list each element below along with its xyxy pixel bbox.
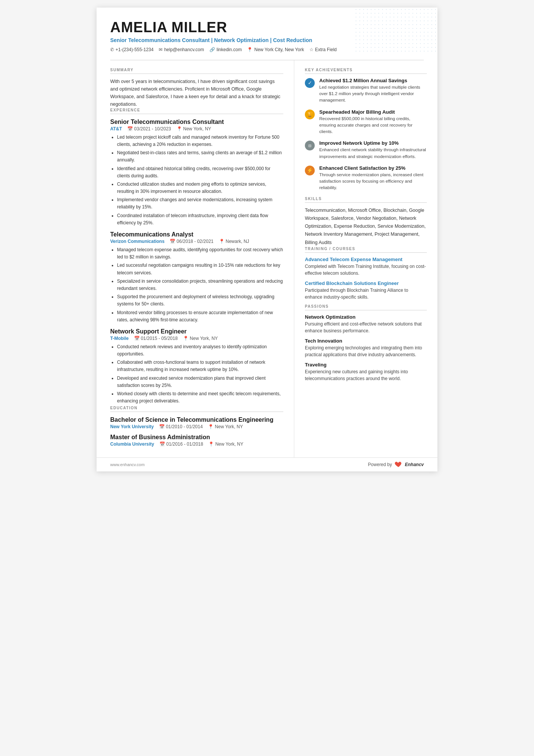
calendar-icon-0: 📅 <box>127 126 133 131</box>
job-location-1: 📍 Newark, NJ <box>219 239 249 244</box>
bullet-0-1: Negotiated best-in-class rates and terms… <box>117 149 283 164</box>
email-contact: ✉ help@enhancv.com <box>159 47 204 52</box>
bullet-1-3: Supported the procurement and deployment… <box>117 293 283 308</box>
linkedin-icon: 🔗 <box>209 47 215 52</box>
passion-item-2: Traveling Experiencing new cultures and … <box>305 362 427 382</box>
company-1: Verizon Communications <box>110 239 164 244</box>
footer-brand: Powered by Enhancv <box>368 462 424 468</box>
bullet-1-0: Managed telecom expense audits, identify… <box>117 246 283 261</box>
edu-degree-1: Master of Business Administration <box>110 434 283 441</box>
bullet-1-4: Monitored vendor billing processes to en… <box>117 309 283 324</box>
achievement-title-2: Improved Network Uptime by 10% <box>319 140 427 146</box>
bullet-0-0: Led telecom project kickoff calls and ma… <box>117 134 283 148</box>
linkedin-contact: 🔗 linkedin.com <box>209 47 242 52</box>
training-desc-1: Participated through Blockchain Training… <box>305 287 427 301</box>
job-item-1: Telecommunications Analyst Verizon Commu… <box>110 231 283 324</box>
bullet-1-2: Specialized in service consolidation pro… <box>117 278 283 292</box>
summary-section: SUMMARY With over 5 years in telecommuni… <box>110 68 283 108</box>
achievement-item-3: ⚡ Enhanced Client Satisfaction by 25% Th… <box>305 165 427 191</box>
candidate-title: Senior Telecommunications Consultant | N… <box>110 37 424 43</box>
passion-desc-0: Pursuing efficient and cost-effective ne… <box>305 321 427 334</box>
achievement-content-0: Achieved $1.2 Million Annual Savings Led… <box>319 78 427 104</box>
achievement-desc-3: Through service modernization plans, inc… <box>319 172 427 191</box>
job-meta-1: Verizon Communications 📅 06/2018 - 02/20… <box>110 239 283 244</box>
pin-edu-icon-1: 📍 <box>208 441 214 447</box>
skills-label: SKILLS <box>305 197 427 203</box>
job-date-1: 📅 06/2018 - 02/2021 <box>170 239 213 244</box>
job-item-0: Senior Telecommunications Consultant AT&… <box>110 119 283 227</box>
job-bullets-1: Managed telecom expense audits, identify… <box>110 246 283 324</box>
pin-edu-icon-0: 📍 <box>208 424 214 429</box>
passion-item-1: Tech Innovation Exploring emerging techn… <box>305 338 427 358</box>
experience-label: EXPERIENCE <box>110 108 283 114</box>
job-item-2: Network Support Engineer T-Mobile 📅 01/2… <box>110 328 283 405</box>
resume-header: AMELIA MILLER Senior Telecommunications … <box>97 8 437 60</box>
achievements-label: KEY ACHIEVEMENTS <box>305 68 427 74</box>
achievement-icon-1: 🏆 <box>305 110 315 119</box>
job-date-0: 📅 03/2021 - 10/2023 <box>127 126 171 131</box>
achievement-title-3: Enhanced Client Satisfaction by 25% <box>319 165 427 171</box>
summary-label: SUMMARY <box>110 68 283 74</box>
passions-section: PASSIONS Network Optimization Pursuing e… <box>305 304 427 382</box>
bullet-2-3: Worked closely with clients to determine… <box>117 390 283 405</box>
enhancv-heart-icon <box>394 462 403 468</box>
job-title-0: Senior Telecommunications Consultant <box>110 119 283 125</box>
edu-date-1: 📅 01/2016 - 01/2018 <box>159 441 203 447</box>
job-meta-2: T-Mobile 📅 01/2015 - 05/2018 📍 New York,… <box>110 336 283 341</box>
achievement-item-2: ⊟ Improved Network Uptime by 10% Enhance… <box>305 140 427 160</box>
achievement-content-3: Enhanced Client Satisfaction by 25% Thro… <box>319 165 427 191</box>
achievement-item-1: 🏆 Spearheaded Major Billing Audit Recove… <box>305 109 427 135</box>
experience-section: EXPERIENCE Senior Telecommunications Con… <box>110 108 283 405</box>
education-label: EDUCATION <box>110 406 283 412</box>
education-section: EDUCATION Bachelor of Science in Telecom… <box>110 406 283 447</box>
passion-item-0: Network Optimization Pursuing efficient … <box>305 314 427 334</box>
bullet-2-1: Collaborated with cross-functional teams… <box>117 359 283 373</box>
summary-text: With over 5 years in telecommunications,… <box>110 78 283 108</box>
calendar-edu-icon-0: 📅 <box>159 424 165 429</box>
achievement-desc-1: Recovered $500,000 in historical billing… <box>319 116 427 135</box>
edu-meta-1: Columbia University 📅 01/2016 - 01/2018 … <box>110 441 283 447</box>
job-location-2: 📍 New York, NY <box>183 336 218 341</box>
job-bullets-0: Led telecom project kickoff calls and ma… <box>110 134 283 227</box>
passion-desc-2: Experiencing new cultures and gaining in… <box>305 368 427 382</box>
calendar-icon-2: 📅 <box>134 336 140 341</box>
enhancv-brand-name: Enhancv <box>405 462 424 467</box>
footer-website: www.enhancv.com <box>110 462 145 467</box>
pin-icon-0: 📍 <box>176 126 182 131</box>
achievement-icon-0: ✓ <box>305 78 315 88</box>
phone-contact: ✆ +1-(234)-555-1234 <box>110 47 153 52</box>
location-contact: 📍 New York City, New York <box>247 47 304 52</box>
skills-text: Telecommunication, Microsoft Office, Blo… <box>305 207 427 247</box>
training-desc-0: Completed with Telecom Training Institut… <box>305 263 427 277</box>
bullet-1-1: Led successful negotiation campaigns res… <box>117 262 283 276</box>
bullet-0-4: Implemented vendor changes and service m… <box>117 196 283 211</box>
resume-footer: www.enhancv.com Powered by Enhancv <box>97 457 437 471</box>
left-column: SUMMARY With over 5 years in telecommuni… <box>97 60 294 458</box>
job-title-2: Network Support Engineer <box>110 328 283 335</box>
job-meta-0: AT&T 📅 03/2021 - 10/2023 📍 New York, NY <box>110 126 283 131</box>
phone-icon: ✆ <box>110 47 114 52</box>
job-bullets-2: Conducted network reviews and inventory … <box>110 343 283 405</box>
pin-icon-1: 📍 <box>219 239 225 244</box>
edu-meta-0: New York University 📅 01/2010 - 01/2014 … <box>110 424 283 429</box>
passions-label: PASSIONS <box>305 304 427 310</box>
edu-date-0: 📅 01/2010 - 01/2014 <box>159 424 203 429</box>
job-title-1: Telecommunications Analyst <box>110 231 283 238</box>
edu-location-1: 📍 New York, NY <box>208 441 243 447</box>
achievement-desc-2: Enhanced client network stability throug… <box>319 147 427 160</box>
passion-desc-1: Exploring emerging technologies and inte… <box>305 344 427 358</box>
achievement-content-1: Spearheaded Major Billing Audit Recovere… <box>319 109 427 135</box>
achievement-icon-3: ⚡ <box>305 166 315 175</box>
company-2: T-Mobile <box>110 336 129 341</box>
passion-title-1: Tech Innovation <box>305 338 427 344</box>
resume-document: AMELIA MILLER Senior Telecommunications … <box>97 8 437 471</box>
training-title-0: Advanced Telecom Expense Management <box>305 257 427 262</box>
achievements-section: KEY ACHIEVEMENTS ✓ Achieved $1.2 Million… <box>305 68 427 191</box>
training-item-0: Advanced Telecom Expense Management Comp… <box>305 257 427 277</box>
achievement-desc-0: Led negotiation strategies that saved mu… <box>319 84 427 104</box>
bullet-2-0: Conducted network reviews and inventory … <box>117 343 283 358</box>
training-title-1: Certified Blockchain Solutions Engineer <box>305 280 427 286</box>
passion-title-0: Network Optimization <box>305 314 427 320</box>
calendar-icon-1: 📅 <box>170 239 175 244</box>
achievement-content-2: Improved Network Uptime by 10% Enhanced … <box>319 140 427 160</box>
